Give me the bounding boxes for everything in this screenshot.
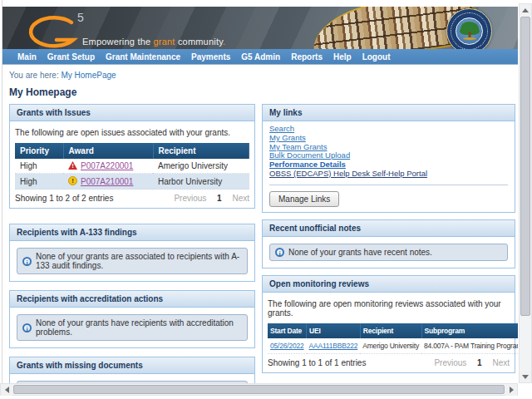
nav-item-g5-admin[interactable]: G5 Admin xyxy=(241,52,280,62)
start-date-link[interactable]: 05/26/2022 xyxy=(270,342,304,350)
nav-item-logout[interactable]: Logout xyxy=(362,52,391,62)
recipient-cell: Amerigo University xyxy=(360,338,421,354)
manage-links-button[interactable]: Manage Links xyxy=(269,191,339,207)
info-icon xyxy=(275,248,284,257)
left-column: Grants with Issues The following are ope… xyxy=(9,104,255,383)
panel-header-missing-documents: Grants with missing documents xyxy=(10,357,254,374)
info-message-box: None of your grants are associated to re… xyxy=(17,248,248,274)
priority-cell: High xyxy=(15,174,63,190)
panel-recent-unofficial-notes: Recent unofficial notes None of your gra… xyxy=(262,219,515,268)
column-header-award[interactable]: Award xyxy=(63,143,153,159)
nav-item-main[interactable]: Main xyxy=(17,52,37,62)
horizontal-scroll-thumb[interactable] xyxy=(13,385,505,394)
vertical-scrollbar[interactable] xyxy=(519,3,532,383)
next-page-button[interactable]: Next xyxy=(492,358,510,367)
breadcrumb-homepage-link[interactable]: My HomePage xyxy=(61,71,116,80)
panel-open-monitoring-reviews: Open monitoring reviews The following ar… xyxy=(262,275,515,373)
table-row: High P007A210001 Harbor University xyxy=(15,174,249,190)
nav-item-grant-maintenance[interactable]: Grant Maintenance xyxy=(106,52,180,62)
previous-page-button[interactable]: Previous xyxy=(174,194,206,203)
column-header-recipient[interactable]: Recipient xyxy=(153,143,249,159)
table-footer: Showing 1 to 2 of 2 entries Previous 1 N… xyxy=(15,194,249,203)
page-1-button[interactable]: 1 xyxy=(217,194,222,203)
tagline: Empowering the grant community. xyxy=(82,37,225,47)
vertical-scroll-thumb[interactable] xyxy=(520,17,530,316)
nav-item-grant-setup[interactable]: Grant Setup xyxy=(47,52,95,62)
column-header-recipient[interactable]: Recipient xyxy=(360,323,421,338)
horizontal-scrollbar[interactable] xyxy=(0,383,518,396)
next-page-button[interactable]: Next xyxy=(232,194,249,203)
g5-logo-superscript: 5 xyxy=(77,12,84,23)
table-row: High P007A220001 Amerigo University xyxy=(15,159,249,174)
grants-with-issues-table: Priority Award Recipient High P007A22000… xyxy=(15,143,249,190)
down-arrow-icon xyxy=(522,375,529,379)
link-obss-help-desk[interactable]: OBSS (EDCAPS) Help Desk Self-Help Portal xyxy=(269,170,508,179)
tagline-period: . xyxy=(223,37,225,47)
uei-link[interactable]: AAA111BBB222 xyxy=(309,342,358,350)
monitoring-description: The following are open monitoring review… xyxy=(268,299,510,318)
panel-header-recent-notes: Recent unofficial notes xyxy=(263,220,515,237)
panel-a133-findings: Recipients with A-133 findings None of y… xyxy=(9,224,255,282)
nav-item-help[interactable]: Help xyxy=(333,52,352,62)
page-title: My Homepage xyxy=(9,86,518,98)
monitoring-reviews-table: Start Date UEI Recipient Subprogram 05/2… xyxy=(268,323,518,354)
showing-entries-label: Showing 1 to 1 of 1 entries xyxy=(268,358,366,367)
panel-my-links: My links Search My Grants My Team Grants… xyxy=(262,104,515,213)
right-arrow-icon xyxy=(510,387,514,393)
info-message-text: None of your grants are associated to re… xyxy=(36,252,242,270)
info-message-box: None of your grants have recipients with… xyxy=(17,314,248,341)
breadcrumb: You are here: My HomePage xyxy=(9,71,518,80)
left-arrow-icon xyxy=(5,387,9,393)
g5-application-window: 5 Empowering the grant community. Main G… xyxy=(0,0,532,399)
info-icon xyxy=(22,323,32,332)
scroll-left-button[interactable] xyxy=(1,384,12,396)
breadcrumb-prefix: You are here: xyxy=(9,71,59,80)
column-header-uei[interactable]: UEI xyxy=(307,323,361,338)
award-link[interactable]: P007A210001 xyxy=(81,177,133,186)
page-viewport: 5 Empowering the grant community. Main G… xyxy=(2,0,518,383)
panel-header-my-links: My links xyxy=(263,105,515,121)
tagline-text-end: community xyxy=(175,37,223,47)
award-link[interactable]: P007A220001 xyxy=(81,161,133,170)
seal-center xyxy=(456,17,483,45)
table-header-row: Start Date UEI Recipient Subprogram xyxy=(268,323,518,338)
seal-ground xyxy=(463,37,476,40)
panel-missing-documents: Grants with missing documents None of yo… xyxy=(9,357,255,383)
panel-header-accreditation-actions: Recipients with accreditation actions xyxy=(10,291,254,308)
award-cell: P007A210001 xyxy=(63,174,153,190)
award-cell: P007A220001 xyxy=(63,159,153,174)
info-message-text: None of your grants have recipients with… xyxy=(36,318,242,337)
recipient-cell: Amerigo University xyxy=(153,159,249,174)
nav-item-payments[interactable]: Payments xyxy=(191,52,230,62)
right-column: My links Search My Grants My Team Grants… xyxy=(262,104,515,383)
scroll-up-button[interactable] xyxy=(520,4,531,16)
yellow-warning-circle-icon xyxy=(68,176,77,185)
recipient-cell: Harbor University xyxy=(153,174,249,190)
red-warning-triangle-icon xyxy=(68,161,77,170)
column-header-subprogram[interactable]: Subprogram xyxy=(421,323,518,338)
department-of-education-seal-icon xyxy=(446,8,492,49)
subprogram-cell: 84.007A - PAM Training Program xyxy=(421,338,518,354)
page-1-button[interactable]: 1 xyxy=(477,358,482,367)
scroll-right-button[interactable] xyxy=(505,384,517,396)
panel-accreditation-actions: Recipients with accreditation actions No… xyxy=(9,290,255,348)
g5-logo-g-icon xyxy=(24,15,79,49)
showing-entries-label: Showing 1 to 2 of 2 entries xyxy=(15,194,113,203)
table-header-row: Priority Award Recipient xyxy=(15,143,249,159)
tagline-accent: grant xyxy=(154,37,175,47)
grants-issues-description: The following are open issues associated… xyxy=(15,128,249,137)
panel-header-grants-with-issues: Grants with Issues xyxy=(10,105,254,121)
nav-item-reports[interactable]: Reports xyxy=(291,52,323,62)
panel-header-a133-findings: Recipients with A-133 findings xyxy=(10,224,254,241)
previous-page-button[interactable]: Previous xyxy=(434,358,466,367)
pagination: Previous 1 Next xyxy=(165,194,249,203)
g5-logo: 5 xyxy=(24,12,91,49)
column-header-start-date[interactable]: Start Date xyxy=(268,323,307,338)
scroll-down-button[interactable] xyxy=(520,371,531,382)
column-header-priority[interactable]: Priority xyxy=(15,143,63,159)
links-divider xyxy=(269,185,508,185)
uei-cell: AAA111BBB222 xyxy=(307,338,361,354)
link-my-grants[interactable]: My Grants xyxy=(269,134,508,143)
pagination: Previous 1 Next xyxy=(426,358,510,367)
panel-header-monitoring-reviews: Open monitoring reviews xyxy=(263,276,515,293)
